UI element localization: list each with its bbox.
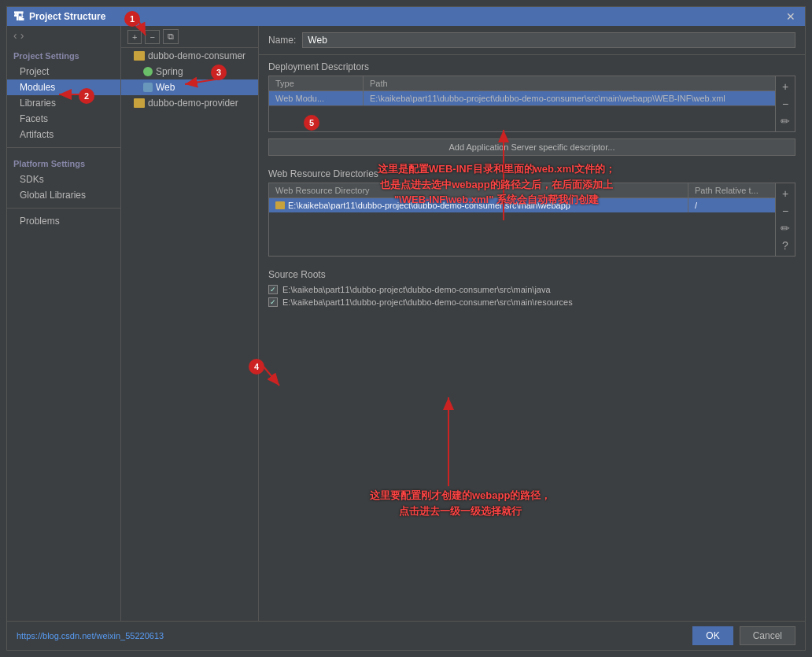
sidebar-divider [7,147,120,148]
source-roots-section: Source Roots ✓ E:\kaikeba\part11\dubbo-p… [259,257,805,312]
annotation-1: 1 [124,11,140,27]
annotation-2: 2 [79,88,94,104]
deployment-add-button[interactable]: + [779,79,792,94]
deployment-descriptors-title: Deployment Descriptors [259,55,805,76]
tree-item-web[interactable]: Web [121,79,258,95]
folder-icon-2 [134,98,145,108]
tree-item-spring[interactable]: Spring [121,64,258,79]
wd-dir-cell: E:\kaikeba\part11\dubbo-project\dubbo-de… [269,198,688,212]
project-settings-label: Project Settings [7,45,120,64]
sidebar-item-project[interactable]: Project [7,64,120,79]
col-path-header: Path [364,76,775,90]
dialog-title: Project Structure [29,11,105,22]
annotation-5: 5 [304,115,319,131]
wd-table-wrapper: Web Resource Directory Path Relative t..… [268,183,795,257]
name-label: Name: [268,35,296,46]
deployment-remove-button[interactable]: − [779,97,792,111]
project-structure-dialog: 🏗 Project Structure ✕ ‹ › Project Settin… [6,6,806,651]
deployment-table-row[interactable]: Web Modu... E:\kaikeba\part11\dubbo-proj… [269,91,775,106]
source-root-java-checkbox[interactable]: ✓ [268,285,278,294]
wd-col-dir-header: Web Resource Directory [269,183,688,197]
name-input[interactable] [302,32,795,48]
sidebar-divider-2 [7,208,120,209]
spring-icon [143,67,153,76]
wd-side-buttons: + − ✏ ? [775,183,795,256]
add-server-descriptor-button[interactable]: Add Application Server specific descript… [268,138,795,156]
wd-col-rel-header: Path Relative t... [688,183,775,197]
copy-module-button[interactable]: ⧉ [163,29,179,44]
wd-help-button[interactable]: ? [779,238,792,253]
deployment-table: Type Path Web Modu... E:\kaikeba\part11\… [269,76,775,131]
sidebar-item-libraries[interactable]: Libraries [7,95,120,111]
detail-panel: Name: Deployment Descriptors Type Path W… [259,26,805,621]
tree-toolbar: + − ⧉ [121,26,258,48]
deployment-table-header: Type Path [269,76,775,91]
bottom-bar: https://blog.csdn.net/weixin_55220613 OK… [7,621,805,650]
dialog-icon: 🏗 [13,10,24,23]
source-root-java: ✓ E:\kaikeba\part11\dubbo-project\dubbo-… [268,283,795,296]
cancel-button[interactable]: Cancel [740,626,795,645]
bottom-link[interactable]: https://blog.csdn.net/weixin_55220613 [17,631,164,640]
source-roots-title: Source Roots [268,263,795,283]
tree-panel: + − ⧉ dubbo-demo-consumer Spring Web dub… [121,26,259,621]
web-icon [143,83,153,92]
col-type-header: Type [269,76,364,90]
annotation-3: 3 [211,65,227,80]
deployment-table-wrapper: Type Path Web Modu... E:\kaikeba\part11\… [268,76,795,132]
main-content: ‹ › Project Settings Project Modules Lib… [7,26,805,621]
deployment-type-cell: Web Modu... [269,91,364,105]
wd-edit-button[interactable]: ✏ [779,221,792,235]
wd-folder-icon [275,201,285,209]
annotation-4: 4 [249,359,264,375]
sidebar-item-artifacts[interactable]: Artifacts [7,127,120,142]
wd-table-row[interactable]: E:\kaikeba\part11\dubbo-project\dubbo-de… [269,198,775,212]
sidebar-item-facets[interactable]: Facets [7,111,120,127]
close-button[interactable]: ✕ [783,10,799,23]
wd-table: Web Resource Directory Path Relative t..… [269,183,775,256]
add-module-button[interactable]: + [127,30,142,44]
web-resource-directories-title: Web Resource Directories [259,162,805,183]
title-bar-left: 🏗 Project Structure [13,10,105,23]
sidebar-item-modules[interactable]: Modules [7,79,120,95]
source-root-resources-checkbox[interactable]: ✓ [268,297,278,307]
wd-rel-cell: / [688,198,775,212]
back-button[interactable]: ‹ [13,29,17,42]
wd-add-button[interactable]: + [779,186,792,201]
forward-button[interactable]: › [20,29,24,42]
ok-button[interactable]: OK [692,626,733,645]
tree-item-provider[interactable]: dubbo-demo-provider [121,95,258,111]
name-row: Name: [259,26,805,55]
platform-settings-label: Platform Settings [7,153,120,172]
sidebar: ‹ › Project Settings Project Modules Lib… [7,26,121,621]
nav-arrows: ‹ › [7,26,120,45]
sidebar-item-problems[interactable]: Problems [7,213,120,229]
deployment-side-buttons: + − ✏ [775,76,795,131]
wd-table-header: Web Resource Directory Path Relative t..… [269,183,775,198]
source-root-resources: ✓ E:\kaikeba\part11\dubbo-project\dubbo-… [268,296,795,308]
folder-icon [134,51,145,61]
remove-module-button[interactable]: − [145,30,159,44]
sidebar-item-global-libraries[interactable]: Global Libraries [7,187,120,203]
deployment-edit-button[interactable]: ✏ [779,114,792,128]
tree-item-consumer[interactable]: dubbo-demo-consumer [121,48,258,64]
sidebar-item-sdks[interactable]: SDKs [7,172,120,187]
deployment-path-cell: E:\kaikeba\part11\dubbo-project\dubbo-de… [364,91,775,105]
wd-remove-button[interactable]: − [779,204,792,218]
